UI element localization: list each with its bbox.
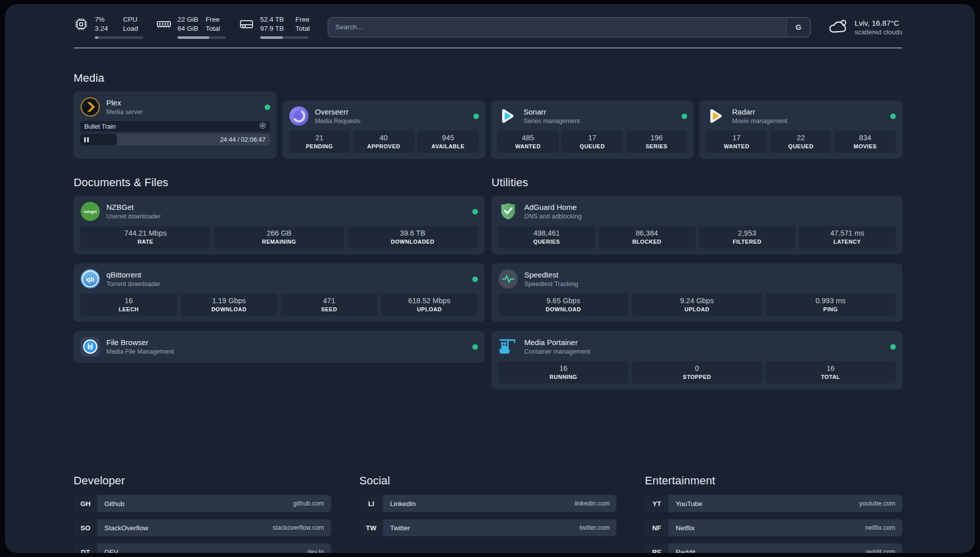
service-description: Speedtest Tracking: [524, 281, 578, 288]
stat-downloaded: 39.6 TBDOWNLOADED: [347, 226, 478, 248]
ram-progress-track: [177, 36, 226, 39]
bookmark-abbr: NF: [645, 519, 668, 536]
disk-widget: 52.4 TB 97.9 TB Free Total: [239, 15, 313, 39]
service-name: Media Portainer: [524, 338, 590, 347]
service-card-speedtest[interactable]: Speedtest Speedtest Tracking 9.65 GbpsDO…: [492, 263, 902, 322]
section-title-documents: Documents & Files: [74, 176, 484, 189]
service-description: Media server: [106, 108, 143, 116]
stat-filtered: 2,953FILTERED: [699, 226, 796, 248]
service-name: Plex: [106, 98, 143, 107]
bookmark-name: YouTube: [676, 500, 702, 508]
bookmark-linkedin[interactable]: LI LinkedInlinkedin.com: [359, 495, 617, 512]
bookmark-github[interactable]: GH Githubgithub.com: [74, 495, 331, 512]
service-card-radarr[interactable]: Radarr Movie management 17WANTED 22QUEUE…: [699, 100, 902, 159]
bookmark-name: DEV: [104, 548, 118, 553]
bookmark-url: stackoverflow.com: [273, 524, 324, 531]
service-card-qbittorrent[interactable]: qb qBittorrent Torrent downloader 16LEEC…: [74, 263, 484, 322]
bookmark-abbr: RE: [645, 543, 668, 553]
bookmark-abbr: DT: [74, 543, 97, 553]
speedtest-icon: [498, 269, 518, 289]
bookmark-dev[interactable]: DT DEVdev.to: [74, 543, 331, 553]
service-description: Series management: [524, 118, 580, 125]
bookmarks-developer: Developer GH Githubgithub.com SO StackOv…: [74, 474, 331, 553]
bookmark-url: github.com: [293, 500, 324, 507]
service-name: Overseerr: [315, 107, 360, 116]
stat-approved: 40APPROVED: [353, 131, 414, 153]
nzbget-icon: nzbget: [80, 201, 100, 221]
search-engine-button[interactable]: G: [786, 18, 810, 36]
disk-label-2: Total: [295, 24, 313, 33]
bookmark-url: youtube.com: [859, 500, 895, 507]
cpu-icon: [74, 17, 89, 32]
now-playing-row: Bullet Train: [80, 121, 270, 132]
section-title-media: Media: [74, 72, 902, 85]
stat-running: 16RUNNING: [498, 361, 629, 383]
service-card-overseerr[interactable]: Overseerr Media Requests 21PENDING 40APP…: [282, 100, 485, 159]
svg-text:nzbget: nzbget: [84, 209, 97, 214]
stat-ping: 0.993 msPING: [765, 294, 896, 316]
service-card-nzbget[interactable]: nzbget NZBGet Usenet downloader 744.21 M…: [74, 196, 484, 254]
bookmark-netflix[interactable]: NF Netflixnetflix.com: [645, 519, 902, 536]
sonarr-icon: [498, 106, 518, 126]
overseerr-icon: [289, 106, 309, 126]
service-card-plex[interactable]: Plex Media server Bullet Train: [74, 91, 277, 159]
cpu-label-1: CPU: [123, 15, 140, 24]
disk-total: 97.9 TB: [260, 24, 289, 33]
stat-available: 945AVAILABLE: [417, 131, 479, 153]
section-title-developer: Developer: [74, 474, 331, 487]
stat-total: 16TOTAL: [765, 361, 896, 383]
top-bar: 7% 3.24 CPU Load: [74, 15, 902, 39]
bookmark-name: StackOverflow: [104, 524, 148, 532]
portainer-icon: [498, 337, 518, 357]
stat-queued: 17QUEUED: [562, 131, 623, 153]
service-name: Speedtest: [524, 270, 578, 279]
status-dot: [472, 209, 478, 214]
status-dot: [472, 344, 478, 350]
status-dot: [890, 344, 896, 350]
bookmark-url: dev.to: [308, 548, 324, 553]
disk-free: 52.4 TB: [260, 15, 289, 24]
weather-widget: Lviv, 16.87°C scattered clouds: [828, 18, 902, 36]
bookmark-name: LinkedIn: [390, 500, 416, 508]
cpu-progress-fill: [95, 36, 98, 39]
stat-series: 196SERIES: [626, 131, 688, 153]
bookmark-stackoverflow[interactable]: SO StackOverflowstackoverflow.com: [74, 519, 331, 536]
playback-progress: 24:44 / 02:06:47: [80, 134, 270, 145]
section-title-social: Social: [359, 474, 617, 487]
stat-seed: 471SEED: [281, 294, 378, 316]
cpu-label-2: Load: [123, 24, 140, 33]
ram-label-2: Total: [206, 24, 223, 33]
stat-pending: 21PENDING: [289, 131, 350, 153]
search-bar: G: [328, 17, 811, 37]
service-name: Radarr: [732, 107, 787, 116]
service-card-sonarr[interactable]: Sonarr Series management 485WANTED 17QUE…: [491, 100, 694, 159]
service-description: Usenet downloader: [106, 213, 161, 220]
search-input[interactable]: [328, 17, 811, 37]
bookmark-name: Twitter: [390, 524, 410, 532]
now-playing-title: Bullet Train: [84, 123, 116, 130]
bookmark-name: Reddit: [676, 548, 695, 553]
stat-download: 9.65 GbpsDOWNLOAD: [498, 294, 629, 316]
bookmark-abbr: YT: [645, 495, 668, 512]
stat-wanted: 485WANTED: [498, 131, 559, 153]
stat-upload: 618.52 MbpsUPLOAD: [381, 294, 478, 316]
bookmark-name: Netflix: [676, 524, 695, 532]
bookmark-url: twitter.com: [580, 524, 610, 531]
service-description: Media Requests: [315, 118, 360, 125]
stat-queued: 22QUEUED: [770, 131, 832, 153]
service-name: qBittorrent: [106, 270, 160, 279]
service-card-adguard[interactable]: AdGuard Home DNS and adblocking 498,461Q…: [492, 196, 902, 254]
stat-upload: 9.24 GbpsUPLOAD: [632, 294, 762, 316]
bookmark-youtube[interactable]: YT YouTubeyoutube.com: [645, 495, 902, 512]
service-description: Movie management: [732, 118, 787, 125]
svg-text:qb: qb: [86, 275, 94, 283]
ram-widget: 22 GiB 64 GiB Free Total: [156, 15, 226, 39]
pause-button[interactable]: [84, 137, 89, 142]
bookmark-reddit[interactable]: RE Redditreddit.com: [645, 543, 902, 553]
cpu-progress-track: [95, 36, 143, 39]
service-card-portainer[interactable]: Media Portainer Container management 16R…: [492, 331, 902, 389]
service-name: Sonarr: [524, 107, 580, 116]
bookmark-abbr: GH: [74, 495, 97, 512]
bookmark-twitter[interactable]: TW Twittertwitter.com: [359, 519, 617, 536]
service-card-filebrowser[interactable]: File Browser Media File Management: [74, 331, 484, 363]
